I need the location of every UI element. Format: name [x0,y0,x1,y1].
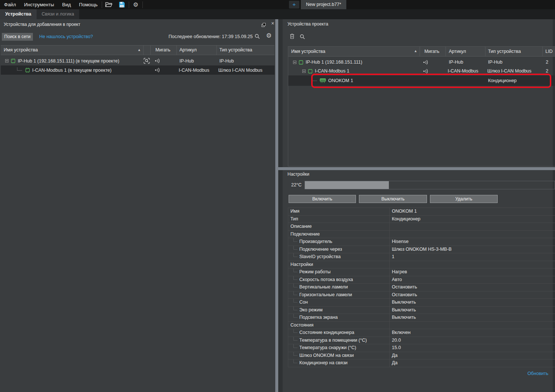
menu-view[interactable]: Вид [58,0,75,9]
property-row: Подключение через Шлюз ONOKOM HS-3-MB-B [288,246,555,254]
collapse-minus-icon[interactable] [293,61,296,64]
temperature-value: 22°C [291,182,302,187]
table-row[interactable]: I-CAN-Modbus 1 I-CAN-Modbus Шлюз I-CAN M… [288,67,555,75]
collapse-minus-icon[interactable] [5,59,9,62]
column-header-blink[interactable]: Мигать [420,47,446,56]
gear-icon: ⚙ [133,2,138,8]
delete-button[interactable]: Удалить [430,195,498,203]
property-row: Шлюз ONOKOM на связи Да [288,352,555,360]
menu-file[interactable]: Файл [0,0,20,9]
column-header-type[interactable]: Тип устройства [485,47,543,56]
blink-signal-icon[interactable] [155,68,161,72]
left-table-header: Имя устройства ▲ Мигать Артикул Тип устр… [1,45,275,55]
property-group-row: Подключение [288,231,555,239]
sort-asc-icon: ▲ [415,47,417,56]
project-devices-table: Имя устройства ▲ Мигать Артикул Тип устр… [288,46,555,166]
project-devices-panel: Устройства проекта Имя устройства ▲ Мига… [278,19,555,167]
column-header-name[interactable]: Имя устройства ▲ [1,45,144,55]
close-panel-icon[interactable]: × [271,21,274,26]
search-network-button[interactable]: Поиск в сети [2,33,33,41]
save-project-button[interactable] [115,0,129,9]
property-row: Режим работы Нагрев [288,268,555,276]
ac-unit-icon [320,78,326,83]
new-tab-button[interactable]: + [289,1,299,9]
column-header-blink[interactable]: Мигать [151,45,177,55]
app-settings-button[interactable]: ⚙ [129,0,142,9]
float-panel-icon[interactable] [262,23,266,27]
view-tabstrip: Устройства Связи и логика [0,9,555,19]
column-header-article[interactable]: Артикул [177,45,217,55]
property-grid: Имя ONOKOM 1 Тип Кондиционер Описание По… [288,207,555,367]
turn-off-button[interactable]: Выключить [359,195,427,203]
open-project-button[interactable] [102,0,115,9]
property-group-row: Состояния [288,322,555,330]
temperature-slider-fill [305,181,389,189]
sort-asc-icon: ▲ [138,45,140,55]
table-row[interactable]: I-CAN-Modbus 1 (в текущем проекте) I-CAN… [1,65,275,75]
temperature-slider[interactable] [305,181,555,189]
menu-tools[interactable]: Инструменты [20,0,58,9]
property-row: Тип Кондиционер [288,216,555,223]
property-row: Температура снаружи (°C) 15.0 [288,344,555,352]
property-row: Эко режим Выключить [288,307,555,314]
blink-signal-icon[interactable] [155,58,161,63]
column-header-lid[interactable]: LID [543,47,555,56]
devices-to-add-panel: Устройства для добавления в проект × Пои… [0,19,275,392]
table-row-onokom[interactable]: ONOKOM 1 Кондиционер [288,75,555,86]
toolbar-separator [142,1,143,8]
blink-signal-icon[interactable] [423,60,429,65]
property-group-row: Настройки [288,261,555,269]
device-chip-icon [298,60,304,65]
tree-branch-line [17,67,22,71]
table-row[interactable]: IP-Hub 1 (192.168.151.111) IP-Hub IP-Hub… [288,58,555,67]
property-row: Температура в помещении (°C) 20.0 [288,337,555,345]
folder-icon [105,2,112,8]
settings-title: Настройки [287,172,309,177]
settings-panel: Настройки 22°C Включить Выключить Удалит… [278,170,555,392]
device-not-found-link[interactable]: Не нашлось устройство? [39,34,93,39]
last-update-label: Последнее обновление: 17:39 15.09.25 [169,34,253,39]
property-row: Скорость потока воздуха Авто [288,276,555,284]
property-row: Горизонтальные ламели Остановить [288,291,555,299]
search-device-icon[interactable] [300,34,305,40]
tab-links-logic[interactable]: Связи и логика [37,9,80,19]
identify-scan-icon[interactable] [144,58,150,64]
property-row: Производитель Hisense [288,238,555,246]
device-chip-icon [10,58,16,64]
property-row: Описание [288,223,555,231]
table-row[interactable]: IP-Hub 1 (192.168.151.111) (в текущем пр… [1,56,275,65]
collapse-minus-icon[interactable] [302,70,306,73]
property-row: Вертикальные ламели Остановить [288,284,555,291]
vertical-splitter[interactable] [275,19,278,392]
tab-devices[interactable]: Устройства [0,9,37,19]
column-header-empty[interactable] [144,45,151,55]
property-row: Сон Выключить [288,299,555,307]
save-icon [119,1,125,8]
property-row: Состояние кондиционера Включен [288,329,555,337]
right-table-header: Имя устройства ▲ Мигать Артикул Тип устр… [288,47,555,57]
menu-bar: Файл Инструменты Вид Помощь ⚙ [0,0,555,9]
device-chip-icon [25,67,30,73]
search-settings-gear-icon[interactable]: ⚙ [266,33,272,39]
column-header-name[interactable]: Имя устройства ▲ [288,47,420,56]
property-row: Кондиционер на связи Да [288,359,555,367]
delete-device-icon[interactable] [290,33,295,39]
device-chip-icon [307,68,313,74]
column-header-article[interactable]: Артикул [446,47,485,56]
search-icon[interactable] [255,34,260,39]
left-panel-title: Устройства для добавления в проект [4,22,80,27]
column-header-type[interactable]: Тип устройства [217,45,275,55]
property-row: SlaveID устройства 1 [288,253,555,261]
property-row: Подсветка экрана Выключить [288,314,555,322]
blink-signal-icon[interactable] [423,69,429,74]
turn-on-button[interactable]: Включить [289,195,356,203]
project-tab[interactable]: New project.b77* [301,0,346,9]
refresh-link[interactable]: Обновить [527,371,548,376]
horizontal-splitter[interactable] [278,167,555,170]
tree-branch-line [312,78,317,81]
property-row: Имя ONOKOM 1 [288,208,555,216]
menu-help[interactable]: Помощь [75,0,102,9]
right-panel-title: Устройства проекта [287,21,328,27]
